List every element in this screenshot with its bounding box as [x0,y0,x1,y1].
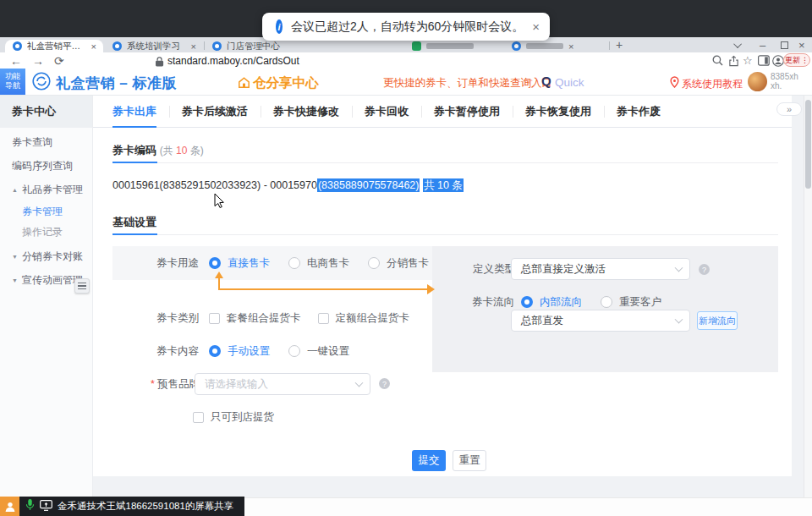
sidebar-item-card-management[interactable]: 券卡管理 [0,201,92,222]
help-icon[interactable]: ? [699,264,710,275]
radio-label-distribution-sale[interactable]: 分销售卡 [387,256,429,271]
microphone-icon[interactable] [25,498,35,514]
reset-button[interactable]: 重置 [453,450,486,471]
radio-manual-setup[interactable] [209,345,221,357]
radio-label-important-customer[interactable]: 重要客户 [619,295,661,310]
required-asterisk: * [151,378,155,390]
window-close-button[interactable]: × [798,37,805,52]
divider [112,234,778,235]
radio-label-one-click-setup[interactable]: 一键设置 [307,344,349,359]
browser-tab-5-partial[interactable]: × [504,40,602,52]
new-tab-button[interactable]: + [616,37,623,52]
mouse-cursor [214,193,225,212]
radio-internal-flow[interactable] [521,296,533,308]
radio-important-customer[interactable] [601,296,612,308]
system-tutorial-link[interactable]: 系统使用教程 [682,77,743,91]
radio-one-click-setup[interactable] [288,345,300,357]
presale-brand-row: * 预售品牌 [151,376,200,392]
tab-card-suspend[interactable]: 券卡暂停使用 [421,96,513,128]
help-icon[interactable]: ? [379,378,390,389]
nav-line1: 功能 [0,72,25,81]
share-icon[interactable] [728,54,739,67]
window-menu-chevron-icon[interactable] [736,37,742,52]
function-nav-button[interactable]: 功能 导航 [0,69,25,95]
define-type-label: 定义类型 [473,262,515,277]
checkbox-fixed-amount-combo-card[interactable] [318,313,329,324]
refresh-icon[interactable]: ⟳ [54,52,64,69]
browser-update-button[interactable]: 更新 ⋮ [783,53,810,67]
side-panel-icon[interactable] [758,54,770,67]
checkbox-label-fixed-amount-combo-card[interactable]: 定额组合提货卡 [336,311,410,326]
checkbox-label-package-combo-card[interactable]: 套餐组合提货卡 [227,311,301,326]
quick-search-icon[interactable]: Q [541,74,551,88]
divider [112,162,778,163]
zoom-page-icon[interactable] [712,54,723,67]
add-flow-button[interactable]: 新增流向 [697,311,738,330]
sidebar-collapse-handle[interactable] [74,278,90,294]
banner-close-icon[interactable]: × [532,19,540,34]
tab-card-resume[interactable]: 券卡恢复使用 [513,96,604,128]
define-type-select[interactable]: 总部直接定义激活 [511,258,690,280]
back-icon[interactable]: ← [10,52,22,69]
triangle-down-icon: ▼ [12,277,18,283]
profile-icon[interactable] [772,54,784,67]
tab-card-outbound[interactable]: 券卡出库 [100,96,169,128]
url-field[interactable]: standard.maboy.cn/CardsOut [167,52,299,69]
checkbox-package-combo-card[interactable] [209,313,220,324]
sidebar-item-label: 编码序列查询 [12,159,73,173]
tab-card-recycle[interactable]: 券卡回收 [352,96,421,128]
radio-label-internal-flow[interactable]: 内部流向 [540,295,582,310]
browser-tab-title: 礼盒营销平台管理中心 [27,41,86,52]
obscured-tab-title [426,43,474,49]
browser-tab-3[interactable]: 门店管理中心 [205,40,303,52]
chevron-down-icon [675,264,683,272]
info-icon: i [276,19,283,34]
checkbox-store-pickup-only[interactable] [193,412,204,423]
main-content-card: 券卡出库 券卡后续激活 券卡快捷修改 券卡回收 券卡暂停使用 券卡恢复使用 券卡… [93,96,792,476]
sidebar-item-code-sequence-query[interactable]: 编码序列查询 [0,156,92,176]
share-center-link[interactable]: 仓分享中心 [253,74,319,92]
flow-select[interactable]: 总部直发 [511,310,690,332]
sidebar-group-gift-card-management[interactable]: ▲ 礼品券卡管理 [0,179,92,200]
window-minimize-button[interactable]: – [760,37,765,52]
section-underline [112,233,157,235]
page-scrollbar[interactable] [804,69,812,497]
sidebar-item-card-query[interactable]: 券卡查询 [0,132,92,152]
page-tab-bar: 券卡出库 券卡后续激活 券卡快捷修改 券卡回收 券卡暂停使用 券卡恢复使用 券卡… [93,96,792,128]
sidebar-item-label: 分销券卡对账 [22,250,83,264]
sidebar-item-operation-log[interactable]: 操作记录 [0,222,92,242]
checkbox-label-store-pickup-only[interactable]: 只可到店提货 [211,410,274,425]
radio-ecommerce-sale[interactable] [288,257,300,269]
submit-button[interactable]: 提交 [412,450,446,471]
user-avatar[interactable] [748,72,767,91]
radio-label-manual-setup[interactable]: 手动设置 [228,344,270,359]
tab-card-later-activation[interactable]: 券卡后续激活 [169,96,261,128]
location-pin-icon [670,76,679,91]
radio-label-ecommerce-sale[interactable]: 电商售卡 [307,256,349,271]
tab-close-icon[interactable]: × [186,41,203,52]
presale-brand-select[interactable]: 请选择或输入 [195,373,370,395]
scrollbar-thumb[interactable] [805,100,811,189]
panel-collapse-button[interactable]: » [776,102,802,116]
sidebar-group-distribution-reconciliation[interactable]: ▼ 分销券卡对账 [0,246,92,266]
radio-distribution-sale[interactable] [368,257,380,269]
quick-label[interactable]: Quick [555,76,584,89]
lock-icon [156,55,164,68]
tab-close-icon[interactable]: × [563,41,580,52]
radio-direct-sale[interactable] [209,257,221,269]
tab-card-quick-edit[interactable]: 券卡快捷修改 [261,96,352,128]
radio-label-direct-sale[interactable]: 直接售卡 [228,256,270,271]
tab-card-void[interactable]: 券卡作废 [604,96,673,128]
bookmark-star-icon[interactable]: ☆ [743,54,753,67]
sidebar-item-label: 礼品券卡管理 [22,183,83,197]
presenter-avatar-icon [0,497,19,516]
meeting-notification-text: 会议已超过2人，自动转为60分钟限时会议。 [291,19,524,35]
tab-close-icon[interactable]: × [86,41,103,52]
browser-tab-2[interactable]: 系统培训学习 × [105,40,203,52]
browser-tab-4-partial[interactable] [404,40,502,52]
window-maximize-button[interactable] [781,37,788,52]
forward-icon[interactable]: → [32,52,44,69]
site-favicon [112,41,122,51]
browser-tab-1[interactable]: 礼盒营销平台管理中心 × [5,40,103,52]
app-logo-icon [32,72,51,94]
